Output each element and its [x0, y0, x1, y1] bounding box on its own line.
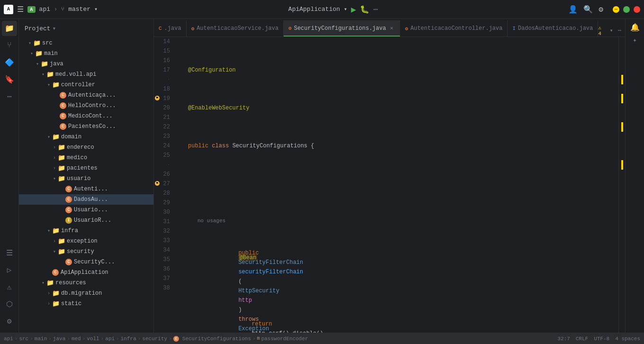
breadcrumb-class[interactable]: C SecurityConfigurations — [173, 336, 251, 342]
line-num-14: 14 — [154, 37, 173, 46]
sidebar-icon-services[interactable]: ▷ — [2, 263, 17, 278]
tab-autenticacao-controller[interactable]: ⚙ AutenticacaoController.java — [400, 20, 508, 36]
code-content[interactable]: @Configuration @EnableWebSecurity public… — [186, 37, 618, 333]
minimize-button[interactable]: — — [613, 6, 619, 13]
tree-item-med-voll-api[interactable]: ▾ 📁 med.voll.api — [19, 69, 153, 80]
tree-item-autenticacao-c[interactable]: ▾ C Autenticaça... — [19, 90, 153, 100]
line-num-29: 29 — [154, 198, 173, 208]
breadcrumb-java[interactable]: java — [53, 336, 65, 342]
tree-item-controller[interactable]: ▾ 📁 controller — [19, 80, 153, 90]
breadcrumb-api[interactable]: api — [4, 336, 13, 342]
tree-arrow-controller: ▾ — [45, 82, 52, 88]
tree-item-exception[interactable]: › 📁 exception — [19, 236, 153, 246]
tree-item-domain[interactable]: ▾ 📁 domain — [19, 132, 153, 142]
tree-item-resources[interactable]: ▾ 📁 resources — [19, 278, 153, 288]
hamburger-button[interactable]: ☰ — [17, 5, 24, 14]
sidebar-icon-problems[interactable]: ⚠ — [2, 280, 17, 295]
tab-security-configurations[interactable]: ⚙ SecurityConfigurations.java ✕ — [284, 20, 400, 36]
tree-item-usuario-class[interactable]: ▾ C Usuario... — [19, 205, 153, 215]
status-line-ending[interactable]: CRLF — [576, 336, 588, 342]
tab-autenticacao-service[interactable]: ⚙ AutenticacaoService.java — [187, 20, 284, 36]
tree-item-securityc[interactable]: ▾ C SecurityC... — [19, 257, 153, 267]
tree-item-security[interactable]: ▾ 📁 security — [19, 246, 153, 257]
tree-label-usuarior: UsuarioR... — [74, 217, 111, 224]
breadcrumb-security[interactable]: security — [142, 336, 167, 342]
line-num-25: 25 — [154, 151, 173, 160]
more-run-button[interactable]: ⋯ — [373, 5, 378, 14]
tab-icon-dados: I — [512, 26, 516, 31]
sep-3: › — [48, 336, 52, 342]
notification-bell-icon[interactable]: 🔔 — [630, 23, 640, 32]
project-name: api — [39, 6, 50, 13]
tree-item-usuario[interactable]: ▾ 📁 usuario — [19, 173, 153, 184]
ai-icon[interactable]: ✦ — [633, 36, 636, 44]
tree-item-main[interactable]: ▾ 📁 main — [19, 48, 153, 59]
close-button[interactable]: ✕ — [634, 6, 640, 13]
tab-close-security[interactable]: ✕ — [388, 25, 395, 32]
sidebar-icon-structure[interactable]: 🔷 — [2, 55, 17, 70]
sidebar-icon-more[interactable]: ⋯ — [2, 89, 17, 104]
sidebar-icon-settings[interactable]: ⚙ — [2, 314, 17, 329]
run-button[interactable]: ▶ — [351, 4, 356, 15]
tree-label-medico: MedicoCont... — [68, 113, 113, 119]
tab-dados-autenticacao[interactable]: I DadosAutenticacao.java — [508, 20, 598, 36]
tree-item-pacientes-co[interactable]: ▾ C PacientesCo... — [19, 121, 153, 132]
tree-item-dadosau[interactable]: ▾ C DadosAu... — [19, 194, 153, 205]
maximize-button[interactable]: □ — [623, 6, 630, 13]
tree-item-usuarior[interactable]: ▾ I UsuarioR... — [19, 215, 153, 226]
app-dropdown-icon[interactable]: ▾ — [344, 6, 347, 13]
breadcrumb-voll[interactable]: voll — [87, 336, 99, 342]
tabs-expand[interactable]: ▾ — [608, 26, 615, 35]
breadcrumb-src[interactable]: src — [19, 336, 28, 342]
breadcrumb-main[interactable]: main — [35, 336, 47, 342]
breadcrumb-infra[interactable]: infra — [121, 336, 136, 342]
tree-label-medico-f: medico — [67, 154, 87, 161]
file-tree-header: Project ▾ — [19, 19, 153, 38]
search-button[interactable]: 🔍 — [583, 5, 593, 14]
breadcrumb-method[interactable]: m passwordEncoder — [257, 336, 308, 342]
status-indent[interactable]: 4 spaces — [615, 336, 640, 342]
tree-item-java[interactable]: ▾ 📁 java — [19, 59, 153, 69]
branch-name: master — [68, 6, 90, 13]
sidebar-icon-debug[interactable]: ⬡ — [2, 297, 17, 312]
tree-item-apiapplication[interactable]: ▾ C ApiApplication — [19, 267, 153, 278]
tab-java[interactable]: C .java — [154, 20, 187, 36]
tree-label-hello: HelloContro... — [68, 102, 116, 109]
tree-label-controller: controller — [61, 81, 95, 88]
tab-icon-autenticacao-c: ⚙ — [405, 26, 408, 32]
tree-item-pacientes-folder[interactable]: › 📁 pacientes — [19, 163, 153, 173]
line-num-17: 17 — [154, 65, 173, 75]
breadcrumb-api2[interactable]: api — [105, 336, 115, 342]
class-icon-pacientes: C — [60, 123, 66, 130]
tree-item-hello-controller[interactable]: ▾ C HelloContro... — [19, 100, 153, 111]
line-num-33: 33 — [154, 236, 173, 245]
settings-button[interactable]: ⚙ — [599, 5, 603, 14]
tree-item-medico-cont[interactable]: ▾ C MedicoCont... — [19, 111, 153, 121]
tree-item-db-migration[interactable]: › 📁 db.migration — [19, 288, 153, 299]
tree-item-autenti[interactable]: ▾ C Autenti... — [19, 184, 153, 194]
debug-button[interactable]: 🐛 — [360, 5, 369, 14]
main-layout: 📁 ⑂ 🔷 🔖 ⋯ ☰ ▷ ⚠ ⬡ ⚙ Project ▾ ▾ 📁 src — [0, 19, 644, 333]
tree-label-main: main — [44, 50, 58, 57]
folder-icon-controller: 📁 — [52, 81, 60, 89]
sidebar-icon-todo[interactable]: ☰ — [2, 245, 17, 261]
tree-item-static[interactable]: › 📁 static — [19, 299, 153, 309]
tree-item-infra[interactable]: ▾ 📁 infra — [19, 226, 153, 236]
class-icon-medico: C — [60, 113, 66, 119]
tree-item-src[interactable]: ▾ 📁 src — [19, 38, 153, 48]
status-position[interactable]: 32:7 — [557, 336, 570, 342]
breadcrumb-med[interactable]: med — [72, 336, 81, 342]
tree-item-medico-folder[interactable]: › 📁 medico — [19, 153, 153, 163]
class-icon-autenticacao-c: C — [60, 92, 66, 99]
tabs-more[interactable]: ⋯ — [616, 26, 623, 35]
tree-item-endereco[interactable]: › 📁 endereco — [19, 142, 153, 153]
project-dropdown[interactable]: ▾ — [53, 25, 56, 32]
sidebar-icon-project[interactable]: 📁 — [2, 21, 17, 36]
status-encoding[interactable]: UTF-8 — [594, 336, 609, 342]
sidebar-icon-git[interactable]: ⑂ — [2, 38, 17, 53]
sidebar-icon-bookmark[interactable]: 🔖 — [2, 72, 17, 87]
title-bar-left: A ☰ A api › ⑂ master ▾ — [4, 5, 98, 14]
profile-button[interactable]: 👤 — [568, 5, 578, 14]
usages-text-1: no usages — [197, 218, 225, 224]
branch-dropdown[interactable]: ▾ — [94, 6, 98, 13]
